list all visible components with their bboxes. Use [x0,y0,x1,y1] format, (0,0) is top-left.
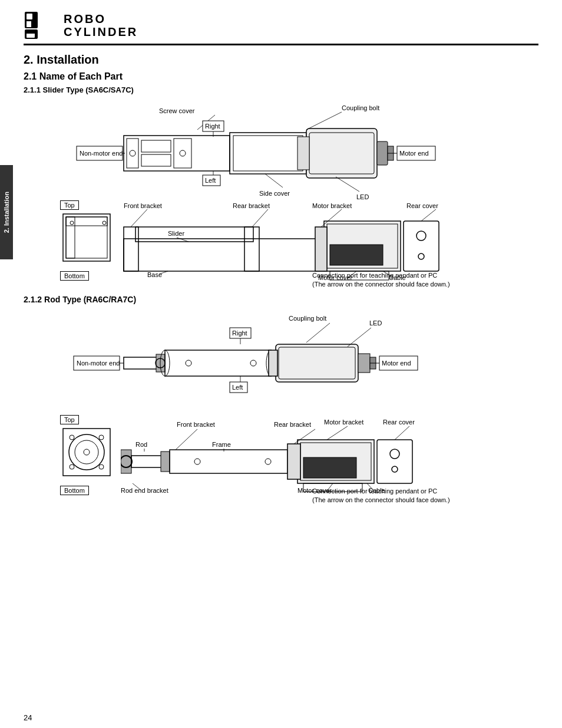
svg-text:Right: Right [232,330,247,337]
svg-text:Coupling bolt: Coupling bolt [342,104,379,111]
svg-rect-18 [377,141,388,165]
svg-point-104 [69,434,104,470]
svg-point-107 [70,435,74,440]
svg-point-105 [75,440,98,464]
svg-rect-5 [27,31,35,34]
svg-rect-9 [141,140,171,152]
svg-text:Non-motor end: Non-motor end [77,360,120,367]
rod-top-label-box: Top [60,415,79,424]
rc-logo-icon [24,11,59,40]
rod-top-label: Top [60,415,79,424]
svg-rect-46 [124,239,324,271]
svg-text:Rear cover: Rear cover [406,203,438,209]
svg-line-58 [131,209,147,227]
logo: ROBO CYLINDER [24,11,138,40]
section212-title: 2.1.2 Rod Type (RA6C/RA7C) [24,295,538,304]
svg-rect-74 [124,357,159,369]
svg-rect-121 [303,457,356,478]
svg-rect-114 [161,452,170,472]
svg-point-117 [265,459,271,465]
svg-line-64 [421,209,436,221]
slider-arrow-note-text: (The arrow on the connector should face … [312,281,450,288]
svg-rect-85 [358,354,370,373]
svg-rect-14 [233,136,303,171]
svg-text:Rear cover: Rear cover [383,419,415,426]
rod-front-view-svg [60,426,119,485]
side-tab: 2. Installation [0,165,13,259]
svg-text:LED: LED [356,193,369,200]
rod-connection-note: Connection port for teaching pendant or … [312,487,450,505]
svg-point-56 [418,253,424,259]
svg-rect-6 [124,136,230,171]
bottom-label: Bottom [60,271,89,281]
page-number: 24 [24,713,32,722]
slider-connection-note: Connection port for teaching pendant or … [312,271,450,289]
svg-rect-82 [276,344,358,382]
svg-rect-13 [230,133,306,174]
svg-point-81 [250,360,256,366]
svg-rect-7 [127,139,138,168]
svg-line-38 [336,177,359,192]
svg-point-108 [99,435,104,440]
svg-rect-47 [135,227,253,242]
slider-top-view-svg: Non-motor end Motor end Screw cover Coup… [59,100,554,218]
page-header: ROBO CYLINDER [24,11,538,45]
svg-line-36 [265,174,283,187]
svg-rect-40 [63,214,110,261]
slider-top-label-box: Top [60,200,79,212]
top-label: Top [60,200,79,210]
svg-text:Side cover: Side cover [259,190,290,197]
svg-line-93 [306,323,330,342]
svg-rect-54 [404,221,439,271]
svg-text:Motor bracket: Motor bracket [312,203,352,209]
svg-rect-49 [244,227,259,271]
svg-point-44 [70,221,74,225]
svg-point-110 [99,465,104,469]
svg-text:Rod: Rod [135,441,147,448]
svg-line-126 [176,429,197,450]
svg-text:Frame: Frame [212,441,231,448]
svg-point-80 [186,360,191,366]
svg-line-134 [327,426,348,440]
svg-rect-84 [269,350,277,376]
svg-rect-122 [377,440,412,483]
svg-rect-15 [306,129,377,178]
svg-rect-1 [27,14,32,19]
side-tab-label: 2. Installation [3,192,10,233]
logo-text: ROBO CYLINDER [64,12,138,38]
svg-rect-10 [141,154,171,166]
svg-rect-2 [27,21,31,27]
rod-arrow-note-text: (The arrow on the connector should face … [312,496,450,503]
svg-rect-41 [66,217,107,258]
svg-text:Left: Left [232,384,243,391]
svg-rect-113 [131,456,164,467]
svg-text:Right: Right [205,123,220,130]
svg-rect-53 [330,245,383,265]
section2-title: 2. Installation [24,53,538,67]
svg-rect-111 [121,450,131,473]
svg-point-45 [103,221,106,225]
svg-text:Motor end: Motor end [382,360,411,367]
slider-connection-port-text: Connection port for teaching pendant or … [312,272,437,279]
slider-front-view-svg [60,211,119,270]
svg-text:Front bracket: Front bracket [124,203,162,209]
svg-point-55 [416,231,426,241]
svg-text:Non-motor end: Non-motor end [80,150,123,157]
svg-text:Rod end bracket: Rod end bracket [121,487,168,494]
svg-rect-77 [165,350,271,376]
svg-text:Slider: Slider [168,230,184,237]
svg-point-116 [194,459,200,465]
rod-bottom-label-box: Bottom [60,486,89,495]
svg-text:Rear bracket: Rear bracket [274,421,311,428]
svg-point-123 [390,449,399,459]
svg-point-124 [392,466,398,472]
svg-rect-17 [297,137,309,170]
section21-title: 2.1 Name of Each Part [24,71,538,82]
svg-text:Base: Base [147,271,162,278]
svg-point-12 [180,150,186,156]
rod-diagram-section: Non-motor end Motor end Coupling bolt LE… [24,310,538,499]
svg-rect-115 [170,450,287,473]
logo-line1: ROBO [64,12,138,25]
section211-title: 2.1.1 Slider Type (SA6C/SA7C) [24,85,538,94]
svg-point-8 [130,150,135,156]
